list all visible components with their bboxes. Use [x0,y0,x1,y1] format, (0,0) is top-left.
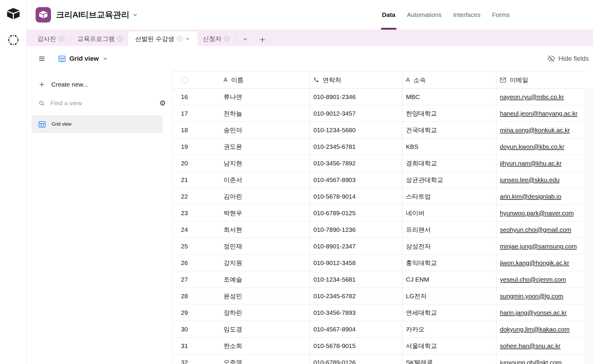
org-cell[interactable]: CJ ENM [402,271,496,288]
column-header-phone[interactable]: 연락처 [310,71,402,88]
email-cell[interactable]: harin.jang@yonsei.ac.kr [496,304,585,321]
name-cell[interactable]: 임도경 [196,321,310,337]
name-cell[interactable]: 정민재 [196,238,310,254]
email-link[interactable]: mina.song@konkuk.ac.kr [500,127,570,134]
view-sidebar-toggle-icon[interactable] [38,55,45,62]
org-cell[interactable]: 서울대학교 [402,338,496,354]
name-cell[interactable]: 권도윤 [196,138,310,155]
table-row[interactable]: 21 이준서 010-4567-8903 성균관대학교 junseo.lee@s… [173,172,585,188]
phone-cell[interactable]: 010-5678-9015 [310,338,402,354]
info-icon[interactable] [224,36,229,41]
org-cell[interactable]: MBC [402,89,496,105]
table-row[interactable]: 30 임도경 010-4567-8904 카카오 dokyung.lim@kak… [173,321,585,338]
table-list-chevron-icon[interactable] [242,36,248,42]
table-row[interactable]: 26 강지원 010-9012-3458 홍익대학교 jiwon.kang@ho… [173,255,585,271]
info-icon[interactable] [117,36,123,41]
table-row[interactable]: 17 전하늘 010-9012-3457 한양대학교 haneul.jeon@h… [173,105,585,122]
email-link[interactable]: haneul.jeon@hanyang.ac.kr [500,110,578,117]
table-row[interactable]: 31 한소희 010-5678-9015 서울대학교 sohee.han@snu… [173,338,585,354]
nav-tab-automations[interactable]: Automations [407,0,442,30]
hide-fields-button[interactable]: Hide fields [548,55,589,63]
phone-cell[interactable]: 010-7890-1236 [310,221,402,238]
table-row[interactable]: 18 송민아 010-1234-5680 건국대학교 mina.song@kon… [173,122,585,138]
org-cell[interactable]: SK텔레콤 [402,354,496,364]
name-cell[interactable]: 강지원 [196,255,310,271]
name-cell[interactable]: 남지현 [196,155,310,171]
nav-tab-data[interactable]: Data [382,0,396,30]
email-cell[interactable]: sungmin.yoon@lg.com [496,288,585,304]
table-tab-instructors[interactable]: 강사진 [32,31,69,46]
airtable-logo-icon[interactable] [7,8,20,20]
email-link[interactable]: sungmin.yoon@lg.com [500,293,563,300]
phone-cell[interactable]: 010-4567-8903 [310,172,402,188]
add-table-button[interactable] [259,36,266,43]
table-row[interactable]: 27 조예슬 010-1234-5681 CJ ENM yeseul.cho@c… [173,271,585,288]
name-cell[interactable]: 류나연 [196,89,310,105]
column-header-org[interactable]: 소속 [402,71,496,88]
name-cell[interactable]: 장하린 [196,304,310,321]
email-link[interactable]: jihyun.nam@khu.ac.kr [500,160,562,167]
column-header-name[interactable]: 이름 [196,71,310,88]
org-cell[interactable]: LG전자 [402,288,496,304]
name-cell[interactable]: 오준영 [196,354,310,364]
base-menu-chevron-icon[interactable] [132,12,138,18]
email-link[interactable]: junseo.lee@skku.edu [500,176,559,183]
name-cell[interactable]: 조예슬 [196,271,310,288]
email-cell[interactable]: junseo.lee@skku.edu [496,172,585,188]
phone-cell[interactable]: 010-6789-0125 [310,205,402,221]
view-switcher[interactable]: Grid view [58,55,108,63]
name-cell[interactable]: 최서현 [196,221,310,238]
table-tab-selected-students[interactable]: 선발된 수강생 [128,31,197,46]
org-cell[interactable]: 카카오 [402,321,496,337]
org-cell[interactable]: 네이버 [402,205,496,221]
phone-cell[interactable]: 010-4567-8904 [310,321,402,337]
table-row[interactable]: 29 장하린 010-3456-7893 연세대학교 harin.jang@yo… [173,304,585,321]
find-view-input[interactable] [50,100,159,107]
email-cell[interactable]: doyun.kwon@kbs.co.kr [496,138,585,155]
phone-cell[interactable]: 010-1234-5680 [310,122,402,138]
gear-icon[interactable]: ⚙ [159,100,166,107]
email-link[interactable]: yeseul.cho@cjenm.com [500,276,566,283]
org-cell[interactable]: 연세대학교 [402,304,496,321]
email-cell[interactable]: dokyung.lim@kakao.com [496,321,585,337]
phone-cell[interactable]: 010-5678-9014 [310,188,402,205]
email-link[interactable]: seohyun.choi@gmail.com [500,226,571,233]
table-row[interactable]: 24 최서현 010-7890-1236 프리랜서 seohyun.choi@g… [173,221,585,238]
column-header-email[interactable]: 이메일 [496,71,585,88]
phone-cell[interactable]: 010-1234-5681 [310,271,402,288]
phone-cell[interactable]: 010-3456-7893 [310,304,402,321]
phone-cell[interactable]: 010-9012-3458 [310,255,402,271]
phone-cell[interactable]: 010-8901-2346 [310,89,402,105]
table-row[interactable]: 32 오준영 010-6789-0126 SK텔레콤 junyoung.oh@s… [173,354,585,364]
email-link[interactable]: dokyung.lim@kakao.com [500,326,570,333]
phone-cell[interactable]: 010-9012-3457 [310,105,402,122]
org-cell[interactable]: 삼성전자 [402,238,496,254]
name-cell[interactable]: 전하늘 [196,105,310,122]
name-cell[interactable]: 박현우 [196,205,310,221]
email-cell[interactable]: yeseul.cho@cjenm.com [496,271,585,288]
email-cell[interactable]: haneul.jeon@hanyang.ac.kr [496,105,585,122]
nav-tab-interfaces[interactable]: Interfaces [453,0,480,30]
name-cell[interactable]: 윤성민 [196,288,310,304]
org-cell[interactable]: KBS [402,138,496,155]
table-row[interactable]: 23 박현우 010-6789-0125 네이버 hyunwoo.park@na… [173,205,585,221]
table-row[interactable]: 28 윤성민 010-2345-6782 LG전자 sungmin.yoon@l… [173,288,585,304]
email-cell[interactable]: hyunwoo.park@naver.com [496,205,585,221]
select-all-checkbox[interactable] [181,77,188,83]
org-cell[interactable]: 스타트업 [402,188,496,205]
omni-spinner-icon[interactable] [7,34,20,46]
email-cell[interactable]: sohee.han@snu.ac.kr [496,338,585,354]
phone-cell[interactable]: 010-3456-7892 [310,155,402,171]
email-cell[interactable]: nayeon.ryu@mbc.co.kr [496,89,585,105]
org-cell[interactable]: 프리랜서 [402,221,496,238]
table-tab-applicants[interactable]: 신청자 [197,31,235,46]
name-cell[interactable]: 한소희 [196,338,310,354]
table-row[interactable]: 19 권도윤 010-2345-6781 KBS doyun.kwon@kbs.… [173,138,585,155]
table-row[interactable]: 16 류나연 010-8901-2346 MBC nayeon.ryu@mbc.… [173,89,585,105]
sidebar-view-grid-view[interactable]: Grid view [31,115,163,133]
nav-tab-forms[interactable]: Forms [492,0,510,30]
info-icon[interactable] [177,36,182,41]
name-cell[interactable]: 김아린 [196,188,310,205]
email-cell[interactable]: arin.kim@designlab.io [496,188,585,205]
phone-cell[interactable]: 010-8901-2347 [310,238,402,254]
